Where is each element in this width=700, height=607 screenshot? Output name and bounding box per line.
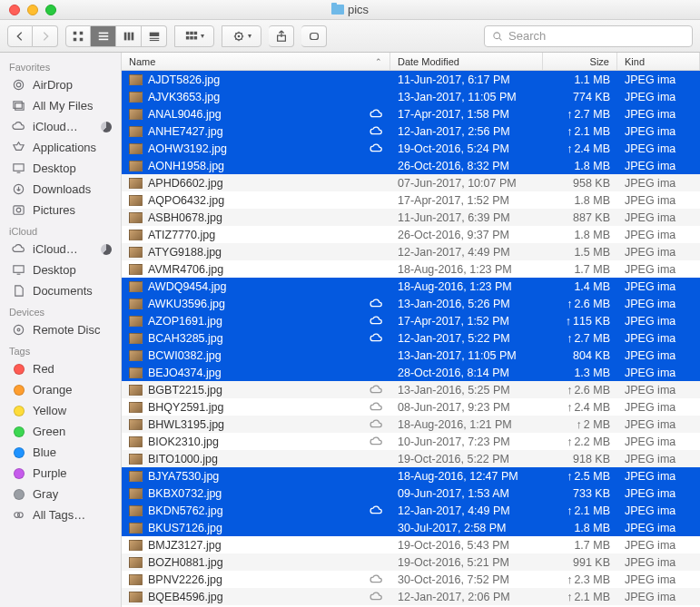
file-row[interactable]: BIOK2310.jpg10-Jun-2017, 7:23 PM↑2.2 MBJ… xyxy=(122,433,700,450)
file-row[interactable]: BITO1000.jpg19-Oct-2016, 5:22 PM918 KBJP… xyxy=(122,450,700,467)
alltags-icon xyxy=(11,507,26,523)
sidebar-item-yellow[interactable]: Yellow xyxy=(0,400,121,421)
arrange-group: ▾ xyxy=(174,25,214,47)
view-buttons xyxy=(65,25,167,47)
sidebar-item-blue[interactable]: Blue xyxy=(0,442,121,463)
sidebar-item-desktop[interactable]: Desktop xyxy=(0,259,121,280)
file-row[interactable]: AJVK3653.jpg13-Jan-2017, 11:05 PM774 KBJ… xyxy=(122,88,700,105)
file-row[interactable]: BGBT2215.jpg13-Jan-2016, 5:25 PM↑2.6 MBJ… xyxy=(122,381,700,398)
file-kind: JPEG ima xyxy=(617,367,700,379)
file-row[interactable]: AVMR4706.jpg18-Aug-2016, 1:23 PM1.7 MBJP… xyxy=(122,260,700,278)
file-row[interactable]: ATYG9188.jpg12-Jan-2017, 4:49 PM1.5 MBJP… xyxy=(122,243,700,260)
file-row[interactable]: BHQY2591.jpg08-Jun-2017, 9:23 PM↑2.4 MBJ… xyxy=(122,398,700,416)
sidebar: FavoritesAirDropAll My FilesiCloud…Appli… xyxy=(0,53,122,607)
file-row[interactable]: AJDT5826.jpg11-Jun-2017, 6:17 PM1.1 MBJP… xyxy=(122,71,700,88)
sidebar-item-label: Applications xyxy=(33,141,96,154)
sidebar-item-airdrop[interactable]: AirDrop xyxy=(0,74,121,95)
file-row[interactable]: BQEB4596.jpg12-Jan-2017, 2:06 PM↑2.1 MBJ… xyxy=(122,588,700,605)
file-row[interactable]: BKDN5762.jpg12-Jan-2017, 4:49 PM↑2.1 MBJ… xyxy=(122,502,700,519)
back-button[interactable] xyxy=(7,25,33,47)
tags-button[interactable] xyxy=(301,25,327,47)
file-row[interactable]: AWKU3596.jpg13-Jan-2016, 5:26 PM↑2.6 MBJ… xyxy=(122,295,700,312)
file-row[interactable]: ATIZ7770.jpg26-Oct-2016, 9:37 PM1.8 MBJP… xyxy=(122,226,700,243)
sidebar-item-documents[interactable]: Documents xyxy=(0,280,121,301)
file-row[interactable]: AONH1958.jpg26-Oct-2016, 8:32 PM1.8 MBJP… xyxy=(122,157,700,174)
sidebar-item-desktop[interactable]: Desktop xyxy=(0,158,121,179)
sidebar-item-red[interactable]: Red xyxy=(0,358,121,379)
action-button[interactable]: ▾ xyxy=(222,25,261,47)
sort-caret-icon: ⌃ xyxy=(375,57,382,66)
file-row[interactable]: BCWI0382.jpg13-Jan-2017, 11:05 PM804 KBJ… xyxy=(122,347,700,364)
sidebar-item-applications[interactable]: Applications xyxy=(0,137,121,158)
file-list-area: Name⌃ Date Modified Size Kind AJDT5826.j… xyxy=(122,53,700,607)
icon-view-button[interactable] xyxy=(65,25,91,47)
file-thumbnail-icon xyxy=(129,385,143,396)
file-row[interactable]: BHWL3195.jpg18-Aug-2016, 1:21 PM↑2 MBJPE… xyxy=(122,416,700,433)
sidebar-item-remote-disc[interactable]: Remote Disc xyxy=(0,319,121,340)
file-row[interactable]: APHD6602.jpg07-Jun-2017, 10:07 PM958 KBJ… xyxy=(122,174,700,191)
column-name[interactable]: Name⌃ xyxy=(122,53,390,70)
cloud-status-icon xyxy=(367,385,383,395)
share-button[interactable] xyxy=(269,25,294,47)
file-thumbnail-icon xyxy=(129,523,143,534)
downloads-icon xyxy=(11,181,26,197)
list-view-button[interactable] xyxy=(91,25,116,47)
file-row[interactable]: AQPO6432.jpg17-Apr-2017, 1:52 PM1.8 MBJP… xyxy=(122,191,700,209)
column-kind[interactable]: Kind xyxy=(617,53,700,70)
cloud-icon xyxy=(11,119,26,134)
maximize-button[interactable] xyxy=(45,5,56,15)
file-name: ANHE7427.jpg xyxy=(148,125,361,138)
sidebar-item-icloud-[interactable]: iCloud… xyxy=(0,239,121,259)
search-field[interactable]: Search xyxy=(484,25,693,47)
sidebar-item-all-tags-[interactable]: All Tags… xyxy=(0,504,121,525)
file-size: 1.7 MB xyxy=(543,263,617,276)
file-row[interactable]: BKUS7126.jpg30-Jul-2017, 2:58 PM1.8 MBJP… xyxy=(122,519,700,536)
sidebar-item-icloud-[interactable]: iCloud… xyxy=(0,116,121,137)
file-row[interactable]: BKBX0732.jpg09-Jun-2017, 1:53 AM733 KBJP… xyxy=(122,485,700,502)
tag-dot-icon xyxy=(11,465,26,481)
file-kind: JPEG ima xyxy=(617,91,700,103)
column-date[interactable]: Date Modified xyxy=(390,53,543,70)
coverflow-view-button[interactable] xyxy=(142,25,167,47)
file-row[interactable]: AOHW3192.jpg19-Oct-2016, 5:24 PM↑2.4 MBJ… xyxy=(122,140,700,157)
close-button[interactable] xyxy=(9,5,20,15)
file-date: 09-Jun-2017, 1:53 AM xyxy=(390,487,543,500)
file-date: 17-Apr-2017, 1:52 PM xyxy=(390,194,543,207)
sidebar-item-orange[interactable]: Orange xyxy=(0,379,121,400)
file-row[interactable]: ANAL9046.jpg17-Apr-2017, 1:58 PM↑2.7 MBJ… xyxy=(122,105,700,122)
sidebar-item-pictures[interactable]: Pictures xyxy=(0,200,121,220)
file-row[interactable]: BJYA7530.jpg18-Aug-2016, 12:47 PM↑2.5 MB… xyxy=(122,467,700,485)
file-thumbnail-icon xyxy=(129,299,143,309)
file-thumbnail-icon xyxy=(129,419,143,430)
file-row[interactable]: BMJZ3127.jpg19-Oct-2016, 5:43 PM1.7 MBJP… xyxy=(122,536,700,553)
svg-rect-32 xyxy=(14,266,24,273)
file-size: 918 KB xyxy=(543,453,617,465)
minimize-button[interactable] xyxy=(27,5,38,15)
allfiles-icon xyxy=(11,98,26,113)
svg-point-31 xyxy=(16,208,21,212)
file-row[interactable]: AZOP1691.jpg17-Apr-2017, 1:52 PM↑115 KBJ… xyxy=(122,312,700,329)
file-row[interactable]: BPNV2226.jpg30-Oct-2016, 7:52 PM↑2.3 MBJ… xyxy=(122,571,700,588)
arrange-button[interactable]: ▾ xyxy=(174,25,214,47)
cloud-status-icon xyxy=(367,402,383,412)
file-row[interactable]: AWDQ9454.jpg18-Aug-2016, 1:23 PM1.4 MBJP… xyxy=(122,278,700,295)
file-kind: JPEG ima xyxy=(617,229,700,241)
sidebar-item-downloads[interactable]: Downloads xyxy=(0,179,121,200)
sidebar-item-green[interactable]: Green xyxy=(0,421,121,442)
file-name: BHQY2591.jpg xyxy=(148,401,361,414)
file-row[interactable]: ANHE7427.jpg12-Jan-2017, 2:56 PM↑2.1 MBJ… xyxy=(122,122,700,140)
sidebar-item-gray[interactable]: Gray xyxy=(0,484,121,504)
forward-button[interactable] xyxy=(33,25,58,47)
cloud-status-icon xyxy=(367,592,383,602)
file-row[interactable]: BOZH0881.jpg19-Oct-2016, 5:21 PM991 KBJP… xyxy=(122,553,700,571)
sidebar-item-all-my-files[interactable]: All My Files xyxy=(0,95,121,116)
file-size: ↑2.1 MB xyxy=(543,504,617,517)
sidebar-item-label: Gray xyxy=(33,487,58,501)
file-row[interactable]: ASBH0678.jpg11-Jun-2017, 6:39 PM887 KBJP… xyxy=(122,209,700,226)
column-view-button[interactable] xyxy=(116,25,142,47)
file-row[interactable]: BCAH3285.jpg12-Jan-2017, 5:22 PM↑2.7 MBJ… xyxy=(122,329,700,347)
tag-dot-icon xyxy=(11,424,26,439)
file-row[interactable]: BEJO4374.jpg28-Oct-2016, 8:14 PM1.3 MBJP… xyxy=(122,364,700,381)
sidebar-item-purple[interactable]: Purple xyxy=(0,463,121,484)
column-size[interactable]: Size xyxy=(543,53,617,70)
